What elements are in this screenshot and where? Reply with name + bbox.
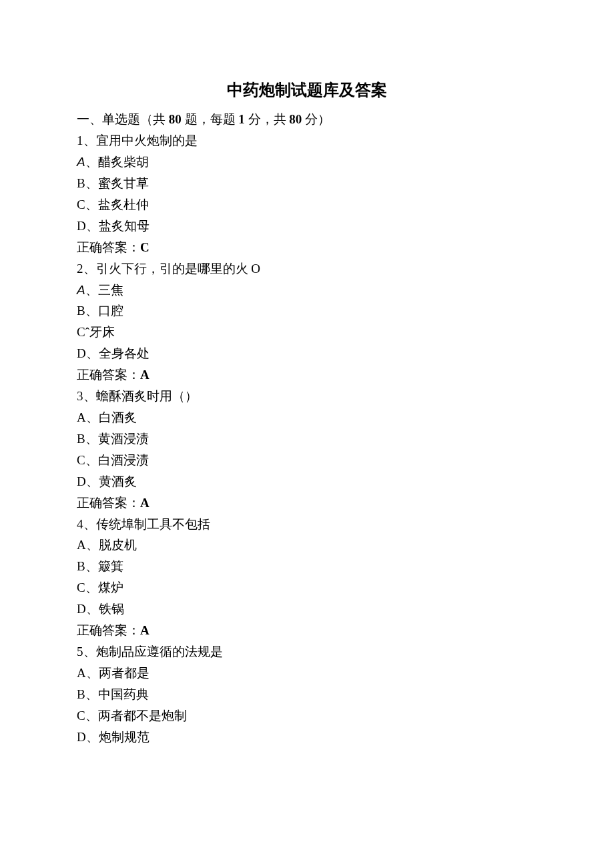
q5-option-d: D、炮制规范 (77, 727, 537, 748)
q4-answer: 正确答案：A (77, 620, 537, 641)
q3-stem: 3、蟾酥酒炙时用（） (77, 386, 537, 407)
section-count2: 80 (289, 112, 302, 126)
q2-option-d: D、全身各处 (77, 343, 537, 364)
q2-option-a: A、三焦 (77, 280, 537, 301)
option-text: 、三焦 (85, 283, 123, 297)
q5-option-c: C、两者都不是炮制 (77, 705, 537, 727)
answer-label: 正确答案： (77, 240, 140, 254)
q3-option-a: A、白酒炙 (77, 407, 537, 428)
q2-option-b: B、口腔 (77, 300, 537, 322)
q4-option-a: A、脱皮机 (77, 534, 537, 556)
q1-option-a: A、醋炙柴胡 (77, 151, 537, 173)
section-header: 一、单选题（共 80 题，每题 1 分，共 80 分） (77, 109, 537, 130)
answer-value: A (140, 368, 149, 382)
section-prefix: 一、单选题（共 (77, 112, 169, 126)
q1-option-b: B、蜜炙甘草 (77, 173, 537, 194)
q2-option-c: Cˆ牙床 (77, 322, 537, 343)
q2-stem: 2、引火下行，引的是哪里的火 O (77, 258, 537, 280)
document-page: 中药炮制试题库及答案 一、单选题（共 80 题，每题 1 分，共 80 分） 1… (0, 0, 614, 748)
section-mid2: 分，共 (245, 112, 290, 126)
document-title: 中药炮制试题库及答案 (77, 77, 537, 103)
section-suffix: 分） (302, 112, 330, 126)
q3-answer: 正确答案：A (77, 492, 537, 514)
q3-option-b: B、黄酒浸渍 (77, 428, 537, 450)
q1-stem: 1、宜用中火炮制的是 (77, 130, 537, 151)
answer-label: 正确答案： (77, 623, 140, 637)
q3-option-d: D、黄酒炙 (77, 471, 537, 492)
q4-option-d: D、铁锅 (77, 598, 537, 620)
option-letter: A (77, 283, 85, 297)
q5-option-a: A、两者都是 (77, 663, 537, 684)
q1-option-c: C、盐炙杜仲 (77, 194, 537, 215)
q1-option-d: D、盐炙知母 (77, 215, 537, 237)
answer-value: A (140, 623, 149, 637)
q2-answer: 正确答案：A (77, 364, 537, 386)
q1-answer: 正确答案：C (77, 237, 537, 258)
q4-stem: 4、传统埠制工具不包括 (77, 514, 537, 535)
option-text: 、醋炙柴胡 (85, 155, 149, 169)
q5-option-b: B、中国药典 (77, 684, 537, 705)
option-letter: A (77, 155, 85, 169)
q4-option-c: C、煤炉 (77, 577, 537, 598)
section-points: 1 (238, 112, 245, 126)
q4-option-b: B、簸箕 (77, 556, 537, 577)
section-count: 80 (169, 112, 182, 126)
q5-stem: 5、炮制品应遵循的法规是 (77, 641, 537, 663)
q3-option-c: C、白酒浸渍 (77, 450, 537, 471)
section-mid1: 题，每题 (182, 112, 239, 126)
answer-label: 正确答案： (77, 368, 140, 382)
answer-value: A (140, 496, 149, 510)
answer-label: 正确答案： (77, 496, 140, 510)
answer-value: C (140, 240, 149, 254)
